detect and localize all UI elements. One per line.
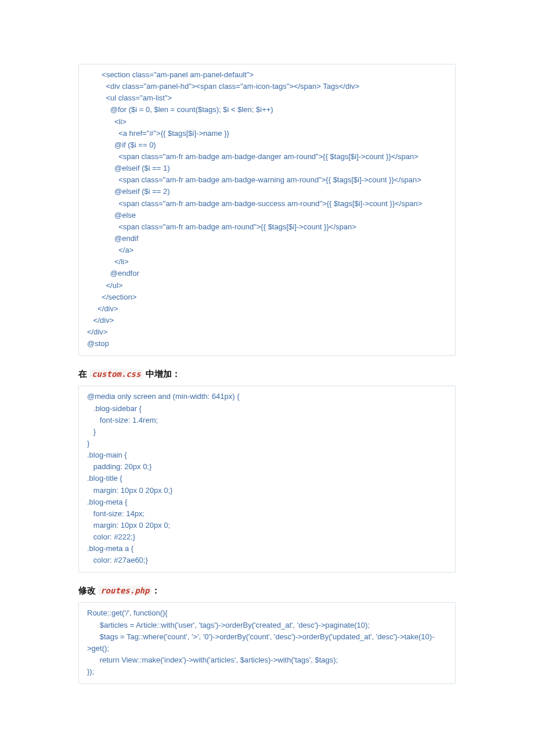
heading-text-post: 中增加： [143,369,180,379]
code-content: @media only screen and (min-width: 641px… [87,391,447,566]
filename-custom-css: custom.css [89,369,143,379]
heading-text-post: ： [151,585,160,595]
heading-routes-php: 修改 routes.php： [78,585,456,596]
code-block-php-routes: Route::get('/', function(){ $articles = … [78,602,456,684]
heading-custom-css: 在 custom.css 中增加： [78,369,456,380]
filename-routes-php: routes.php [98,586,151,595]
code-content: <section class="am-panel am-panel-defaul… [87,69,447,350]
heading-text-pre: 修改 [78,585,98,595]
code-block-css: @media only screen and (min-width: 641px… [78,386,456,573]
heading-text-pre: 在 [78,369,89,379]
document-page: <section class="am-panel am-panel-defaul… [0,0,534,732]
code-block-blade-template: <section class="am-panel am-panel-defaul… [78,64,456,356]
code-content: Route::get('/', function(){ $articles = … [87,607,447,678]
